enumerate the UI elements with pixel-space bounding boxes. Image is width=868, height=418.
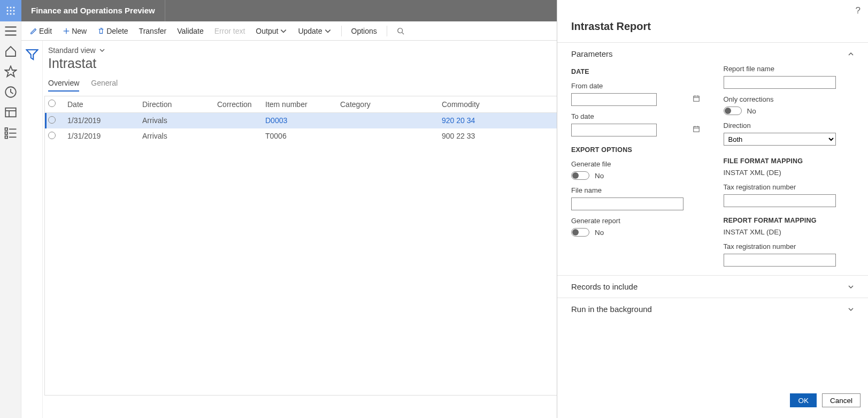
col-category[interactable]: Category — [337, 96, 439, 112]
section-background: Run in the background — [557, 298, 868, 320]
home-icon[interactable] — [4, 45, 17, 58]
parameters-body: DATE From date To date EXPORT OPTIONS Ge… — [557, 65, 868, 275]
filter-column — [21, 41, 43, 418]
svg-point-2 — [13, 7, 15, 9]
cancel-button[interactable]: Cancel — [822, 393, 861, 407]
cell-date: 1/31/2019 — [64, 112, 139, 128]
filter-icon[interactable] — [26, 48, 39, 61]
background-header[interactable]: Run in the background — [557, 298, 868, 320]
to-date-input[interactable] — [571, 124, 657, 136]
col-date[interactable]: Date — [64, 96, 139, 112]
records-label: Records to include — [571, 282, 637, 291]
report-format-value: INSTAT XML (DE) — [724, 228, 855, 236]
records-header[interactable]: Records to include — [557, 276, 868, 298]
svg-rect-17 — [5, 132, 7, 135]
cell-direction: Arrivals — [139, 112, 214, 128]
generate-file-toggle[interactable] — [571, 171, 589, 180]
chevron-up-icon — [848, 51, 854, 57]
row-radio[interactable] — [48, 116, 56, 124]
generate-file-state: No — [595, 172, 604, 180]
report-format-heading: REPORT FORMAT MAPPING — [724, 217, 855, 224]
ok-button[interactable]: OK — [790, 393, 817, 407]
update-label: Update — [298, 27, 322, 35]
edit-label: Edit — [39, 27, 52, 35]
file-name-label: File name — [571, 186, 702, 194]
date-heading: DATE — [571, 68, 702, 75]
calendar-icon — [693, 125, 700, 135]
section-records: Records to include — [557, 275, 868, 298]
chevron-down-icon — [848, 284, 854, 290]
tax-reg-input[interactable] — [724, 194, 836, 207]
svg-rect-18 — [5, 136, 7, 139]
help-icon[interactable]: ? — [856, 5, 861, 16]
tax-reg2-label: Tax registration number — [724, 242, 855, 250]
options-button[interactable]: Options — [347, 25, 381, 37]
row-radio[interactable] — [48, 132, 56, 139]
validate-button[interactable]: Validate — [173, 25, 208, 37]
cell-category — [337, 112, 439, 128]
to-date-field — [571, 124, 702, 136]
parameters-label: Parameters — [571, 49, 613, 58]
cell-direction: Arrivals — [139, 128, 214, 144]
chevron-down-icon — [324, 27, 332, 35]
workspace-icon[interactable] — [4, 106, 17, 119]
transfer-label: Transfer — [139, 27, 167, 35]
left-rail — [0, 21, 21, 418]
report-file-input[interactable] — [724, 76, 836, 89]
only-corrections-toggle[interactable] — [724, 107, 742, 115]
col-direction[interactable]: Direction — [139, 96, 214, 112]
separator — [387, 26, 387, 36]
cell-item[interactable]: D0003 — [262, 112, 337, 128]
col-correction[interactable]: Correction — [214, 96, 262, 112]
recent-icon[interactable] — [4, 86, 17, 98]
waffle-icon[interactable] — [0, 0, 21, 21]
hamburger-icon[interactable] — [4, 25, 17, 37]
tab-general[interactable]: General — [91, 79, 118, 92]
modules-icon[interactable] — [4, 126, 17, 139]
direction-label: Direction — [724, 121, 855, 130]
panel-title: Intrastat Report — [557, 0, 868, 42]
delete-label: Delete — [106, 27, 128, 35]
cell-item[interactable]: T0006 — [262, 128, 337, 144]
svg-point-6 — [7, 13, 9, 15]
file-name-input[interactable] — [571, 197, 683, 210]
new-label: New — [72, 27, 87, 35]
svg-point-7 — [10, 13, 12, 15]
edit-button[interactable]: Edit — [26, 25, 56, 37]
report-file-label: Report file name — [724, 65, 855, 73]
transfer-button[interactable]: Transfer — [135, 25, 171, 37]
svg-point-4 — [10, 10, 12, 12]
output-button[interactable]: Output — [251, 25, 291, 37]
cell-category — [337, 128, 439, 144]
tax-reg-label: Tax registration number — [724, 183, 855, 191]
report-panel: ? Intrastat Report Parameters DATE From … — [557, 0, 868, 418]
calendar-icon — [693, 95, 700, 104]
search-button[interactable] — [393, 25, 409, 37]
search-icon — [397, 27, 404, 35]
export-heading: EXPORT OPTIONS — [571, 146, 702, 154]
col-item[interactable]: Item number — [262, 96, 337, 112]
direction-select[interactable]: Both — [724, 133, 836, 146]
update-button[interactable]: Update — [294, 25, 335, 37]
section-parameters: Parameters DATE From date To date EXPORT… — [557, 42, 868, 275]
parameters-header[interactable]: Parameters — [557, 43, 868, 65]
tab-overview[interactable]: Overview — [48, 79, 79, 92]
svg-point-3 — [7, 10, 9, 12]
validate-label: Validate — [177, 27, 204, 35]
svg-point-8 — [13, 13, 15, 15]
svg-rect-26 — [693, 96, 699, 102]
new-button[interactable]: New — [58, 25, 91, 37]
from-date-input[interactable] — [571, 93, 657, 106]
svg-line-25 — [402, 32, 404, 34]
file-format-heading: FILE FORMAT MAPPING — [724, 157, 855, 165]
cell-correction — [214, 112, 262, 128]
svg-rect-16 — [5, 128, 7, 131]
to-date-label: To date — [571, 112, 702, 120]
parameters-left-col: DATE From date To date EXPORT OPTIONS Ge… — [571, 65, 702, 267]
generate-report-toggle[interactable] — [571, 228, 589, 237]
panel-footer: OK Cancel — [557, 388, 868, 418]
select-all-radio[interactable] — [48, 100, 56, 107]
tax-reg2-input[interactable] — [724, 254, 836, 267]
delete-button[interactable]: Delete — [93, 25, 132, 37]
star-icon[interactable] — [4, 65, 17, 78]
